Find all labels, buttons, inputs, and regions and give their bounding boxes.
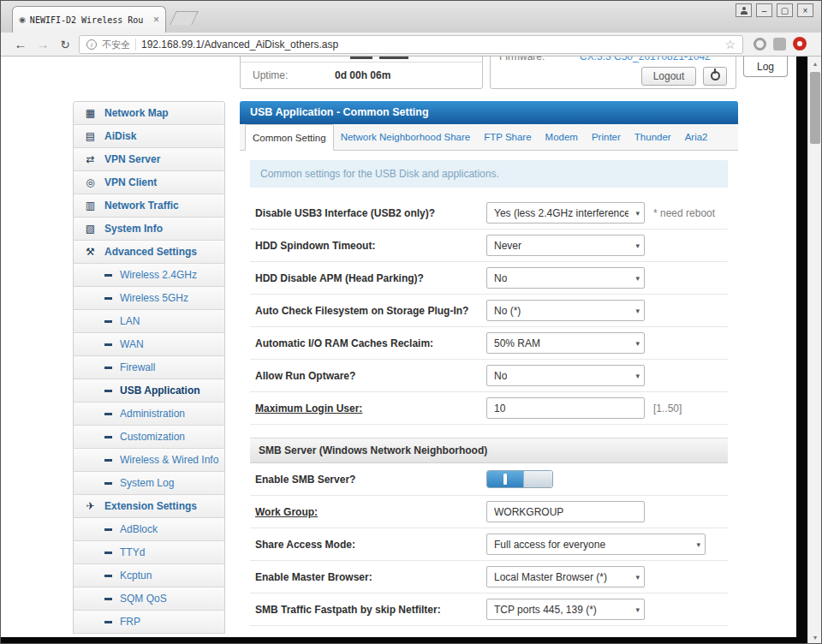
sidebar-item-usb-application[interactable]: USB Application bbox=[74, 379, 224, 402]
enable-smb-server-toggle[interactable] bbox=[486, 470, 553, 488]
sidebar-item-adblock[interactable]: AdBlock bbox=[74, 518, 224, 541]
sidebar-item-label: Administration bbox=[120, 408, 185, 420]
sidebar-item-label: SQM QoS bbox=[120, 593, 167, 605]
work-group-input[interactable] bbox=[486, 501, 645, 522]
browser-tab[interactable]: ◉ NEWIFI-D2 Wireless Rou × bbox=[12, 6, 166, 33]
sidebar-item-network-map[interactable]: ▦Network Map bbox=[74, 102, 224, 125]
url-text[interactable]: 192.168.99.1/Advanced_AiDisk_others.asp bbox=[141, 39, 719, 51]
scrollbar-thumb[interactable] bbox=[810, 72, 820, 144]
log-button[interactable]: Log bbox=[743, 57, 788, 77]
vpn-server-icon: ⇄ bbox=[84, 153, 97, 165]
site-info-icon[interactable]: i bbox=[86, 39, 97, 50]
dash-icon bbox=[104, 413, 112, 415]
download-manager-icon[interactable] bbox=[793, 37, 807, 51]
automatic-i-o-ram-caches-reclaim-select[interactable]: 50% RAM▾ bbox=[486, 332, 645, 354]
allow-run-optware-select[interactable]: No▾ bbox=[486, 365, 645, 386]
page-title: USB Application - Common Setting bbox=[240, 101, 738, 124]
sidebar-item-wireless-5ghz[interactable]: Wireless 5GHz bbox=[74, 287, 224, 310]
chevron-down-icon: ▾ bbox=[635, 605, 640, 614]
chevron-down-icon: ▾ bbox=[635, 242, 640, 250]
minimize-button[interactable]: – bbox=[756, 3, 772, 17]
profile-button[interactable] bbox=[736, 3, 752, 17]
extension-square-icon[interactable] bbox=[773, 38, 786, 51]
address-bar[interactable]: i 不安全 192.168.99.1/Advanced_AiDisk_other… bbox=[79, 35, 743, 54]
new-tab-button[interactable] bbox=[170, 11, 198, 25]
clipped-text-remnant bbox=[379, 57, 408, 59]
sidebar-item-lan[interactable]: LAN bbox=[74, 310, 224, 333]
sidebar-item-label: Customization bbox=[120, 431, 185, 443]
maximize-button[interactable]: ▢ bbox=[777, 3, 793, 17]
firmware-version-link[interactable]: CX.3.3 C50_20170821-1042 bbox=[580, 57, 711, 63]
chevron-down-icon: ▾ bbox=[635, 573, 640, 581]
sidebar-item-wireless-wired-info[interactable]: Wireless & Wired Info bbox=[74, 449, 224, 472]
sidebar-item-wireless-2-4ghz[interactable]: Wireless 2.4GHz bbox=[74, 264, 224, 287]
sidebar-item-advanced-settings[interactable]: ⚒Advanced Settings bbox=[74, 241, 224, 264]
select-value: No bbox=[494, 272, 507, 284]
sidebar-item-frp[interactable]: FRP bbox=[74, 611, 224, 634]
sidebar-item-firewall[interactable]: Firewall bbox=[74, 356, 224, 379]
sidebar-item-label: Network Traffic bbox=[104, 200, 179, 212]
reboot-button[interactable] bbox=[703, 67, 727, 86]
field-label-enable-smb-server: Enable SMB Server? bbox=[255, 474, 486, 486]
sidebar-item-kcptun[interactable]: Kcptun bbox=[74, 564, 224, 587]
tab-favicon-icon: ◉ bbox=[19, 15, 26, 24]
enable-master-browser-select[interactable]: Local Master Browser (*)▾ bbox=[486, 566, 645, 587]
sidebar-item-extension-settings[interactable]: ✈Extension Settings bbox=[74, 495, 224, 518]
tab-thunder[interactable]: Thunder bbox=[628, 124, 678, 150]
hdd-spindown-timeout-select[interactable]: Never▾ bbox=[486, 235, 645, 256]
tab-common-setting[interactable]: Common Setting bbox=[245, 124, 334, 151]
select-value: Never bbox=[494, 240, 521, 252]
sidebar: ▦Network Map▤AiDisk⇄VPN Server◎VPN Clien… bbox=[73, 101, 225, 634]
dash-icon bbox=[104, 436, 112, 438]
sidebar-item-sqm-qos[interactable]: SQM QoS bbox=[74, 587, 224, 611]
logout-button[interactable]: Logout bbox=[641, 67, 696, 86]
sidebar-item-label: TTYd bbox=[120, 546, 145, 558]
sidebar-item-label: System Log bbox=[120, 477, 174, 489]
close-button[interactable]: × bbox=[797, 3, 813, 17]
window-buttons: – ▢ × bbox=[736, 3, 813, 17]
field-label-maximum-login-user: Maximum Login User: bbox=[255, 402, 486, 414]
disable-usb3-interface-usb2-only-select[interactable]: Yes (less 2.4GHz interference)▾ bbox=[486, 202, 645, 224]
sidebar-item-label: AdBlock bbox=[120, 523, 158, 535]
tab-network-neighborhood-share[interactable]: Network Neighborhood Share bbox=[334, 124, 478, 150]
sidebar-item-system-info[interactable]: ▧System Info bbox=[74, 218, 224, 241]
sidebar-item-customization[interactable]: Customization bbox=[74, 426, 224, 449]
share-access-mode-select[interactable]: Full access for everyone▾ bbox=[486, 534, 706, 555]
field-label-automatic-i-o-ram-caches-reclaim: Automatic I/O RAM Caches Reclaim: bbox=[255, 337, 486, 349]
maximum-login-user-input[interactable] bbox=[486, 397, 645, 419]
sidebar-item-system-log[interactable]: System Log bbox=[74, 472, 224, 495]
tab-modem[interactable]: Modem bbox=[539, 124, 585, 150]
power-icon bbox=[711, 71, 720, 80]
vertical-scrollbar[interactable]: ▲ ▼ bbox=[807, 57, 822, 644]
sidebar-item-label: Wireless 5GHz bbox=[120, 292, 188, 304]
sidebar-item-vpn-client[interactable]: ◎VPN Client bbox=[74, 171, 224, 194]
tab-printer[interactable]: Printer bbox=[585, 124, 628, 150]
sidebar-item-vpn-server[interactable]: ⇄VPN Server bbox=[74, 148, 224, 171]
forward-icon[interactable]: → bbox=[33, 33, 53, 56]
bookmark-star-icon[interactable]: ☆ bbox=[724, 38, 736, 51]
sidebar-item-administration[interactable]: Administration bbox=[74, 402, 224, 426]
firmware-logout-panel: Firmware: CX.3.3 C50_20170821-1042 Logou… bbox=[490, 57, 736, 89]
sidebar-item-ttyd[interactable]: TTYd bbox=[74, 541, 224, 564]
form-row: Allow Run Optware?No▾ bbox=[250, 360, 728, 392]
refresh-icon[interactable]: ↻ bbox=[55, 33, 75, 56]
sidebar-item-wan[interactable]: WAN bbox=[74, 333, 224, 356]
scroll-up-icon[interactable]: ▲ bbox=[808, 57, 822, 70]
tab-close-icon[interactable]: × bbox=[153, 14, 159, 26]
smb-traffic-fastpath-by-skip-netfilter-select[interactable]: TCP ports 445, 139 (*)▾ bbox=[486, 599, 645, 620]
tab-ftp-share[interactable]: FTP Share bbox=[477, 124, 538, 150]
scroll-down-icon[interactable]: ▼ bbox=[808, 630, 822, 644]
clipped-text-remnant bbox=[350, 57, 372, 59]
network-traffic-icon: ▥ bbox=[84, 200, 97, 212]
back-icon[interactable]: ← bbox=[10, 33, 31, 56]
network-map-icon: ▦ bbox=[84, 107, 97, 119]
tab-aria2[interactable]: Aria2 bbox=[678, 124, 715, 150]
auto-check-filesystem-on-storage-plug-in-select[interactable]: No (*)▾ bbox=[486, 300, 645, 321]
sidebar-item-network-traffic[interactable]: ▥Network Traffic bbox=[74, 194, 224, 218]
sidebar-item-label: Kcptun bbox=[120, 569, 152, 581]
browser-titlebar: ◉ NEWIFI-D2 Wireless Rou × – ▢ × bbox=[0, 0, 822, 33]
chevron-down-icon: ▾ bbox=[696, 540, 700, 549]
sidebar-item-aidisk[interactable]: ▤AiDisk bbox=[74, 125, 224, 148]
hdd-disable-apm-head-parking-select[interactable]: No▾ bbox=[486, 267, 645, 289]
extension-circle-icon[interactable] bbox=[754, 38, 766, 51]
